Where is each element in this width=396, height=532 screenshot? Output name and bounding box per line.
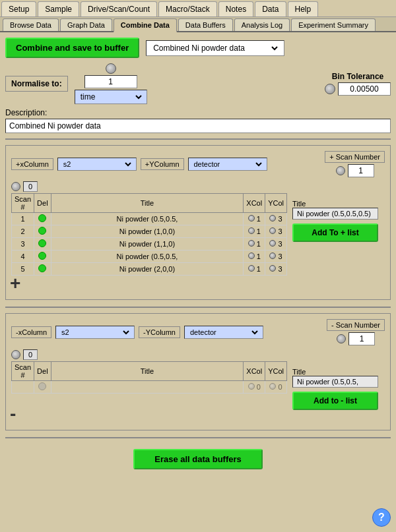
minus-ycol-knob-0[interactable] [269,383,276,390]
divider-2 [5,307,391,308]
add-to-minus-list-button[interactable]: Add to - list [292,392,378,410]
plus-del-circle-0[interactable] [38,214,46,222]
normalise-value[interactable]: 1 [84,75,137,88]
minus-xcol-dropdown[interactable]: s2 [55,326,135,339]
plus-data-table: Scan # Del Title XCol YCol 1 Ni powder (… [11,193,287,276]
plus-xcol-select[interactable]: s2 [61,160,133,169]
minus-xcol-knob-0[interactable] [248,383,255,390]
tab-data-buffers[interactable]: Data Buffers [178,18,233,31]
description-label: Description: [5,108,391,117]
minus-scan-number-label: - Scan Number [327,319,385,331]
tab-analysis-log[interactable]: Analysis Log [234,18,290,31]
add-to-plus-list-button[interactable]: Add To + list [292,223,378,242]
description-row: Description: [5,108,391,133]
plus-title-4: Ni powder (2,0,0) [51,263,244,276]
tab-combine-data[interactable]: Combine Data [114,18,177,32]
tab-bar: Browse Data Graph Data Combine Data Data… [0,17,396,32]
bin-tolerance-knob[interactable] [325,84,335,94]
bottom-bar: Erase all data buffers [5,449,391,469]
menu-notes[interactable]: Notes [218,1,253,16]
tab-experiment-summary[interactable]: Experiment Summary [291,18,376,31]
minus-col-ycol: YCol [265,362,287,381]
plus-ycol-knob-3[interactable] [269,252,276,259]
main-content: Combine and save to buffer Combined Ni p… [0,32,396,480]
minus-del-0[interactable] [34,381,51,394]
plus-table-row: 1 Ni powder (0.5,0.5, 1 3 [12,213,287,225]
bin-tolerance-value[interactable]: 0.00500 [338,82,391,96]
minus-scan-num-0 [12,381,34,394]
description-input[interactable] [5,119,391,133]
plus-del-circle-2[interactable] [38,239,46,247]
plus-zero-knob[interactable] [11,182,20,191]
plus-ycol-0: 3 [265,213,287,225]
minus-ycol-select[interactable]: detector [187,328,260,337]
plus-del-2[interactable] [34,238,51,251]
minus-title-0 [51,381,244,394]
bin-tolerance-value-row: 0.00500 [325,82,391,96]
normalise-knob[interactable] [106,63,116,74]
plus-del-3[interactable] [34,251,51,263]
plus-xcol-knob-2[interactable] [248,240,255,247]
plus-xcol-4: 1 [244,263,265,276]
plus-title-value: Ni powder (0.5,0.5,0.5) [292,208,378,220]
minus-scan-knob[interactable] [337,334,346,343]
plus-ycol-dropdown[interactable]: detector [188,158,267,171]
menu-help[interactable]: Help [288,1,319,16]
plus-del-0[interactable] [34,213,51,225]
plus-xcol-knob-3[interactable] [248,252,255,259]
combined-dropdown[interactable]: Combined Ni powder data [146,40,284,56]
bin-tolerance-section: Bin Tolerance 0.00500 [325,72,391,96]
plus-xcol-dropdown[interactable]: s2 [57,158,137,171]
normalise-row: Normalise to: 1 time Bin Tolerance 0.005… [5,63,391,104]
plus-zero-value: 0 [23,181,38,192]
normalise-time-dropdown[interactable]: time [75,90,147,104]
plus-ycol-knob-4[interactable] [269,265,276,272]
plus-ycol-knob-0[interactable] [269,215,276,222]
normalise-control: 1 time [75,63,147,104]
minus-col-del: Del [34,362,51,381]
plus-ycol-label: +YColumn [141,158,184,170]
plus-ycol-3: 3 [265,251,287,263]
menu-data[interactable]: Data [255,1,286,16]
plus-ycol-knob-2[interactable] [269,240,276,247]
menu-drive-scan-count[interactable]: Drive/Scan/Count [81,1,157,16]
plus-del-4[interactable] [34,263,51,276]
menu-setup[interactable]: Setup [1,1,36,16]
plus-del-circle-1[interactable] [38,227,46,235]
minus-del-circle-0[interactable] [38,382,46,390]
plus-ycol-select[interactable]: detector [191,160,264,169]
plus-table-row: 4 Ni powder (0.5,0.5, 1 3 [12,251,287,263]
plus-xcol-label: +xColumn [11,158,53,170]
plus-scan-knob[interactable] [336,166,345,175]
plus-xcol-knob-0[interactable] [248,215,255,222]
minus-ycol-dropdown[interactable]: detector [184,326,263,339]
minus-zero-knob[interactable] [11,350,20,359]
minus-xcol-select[interactable]: s2 [59,328,131,337]
minus-scan-number-value[interactable]: 1 [348,332,375,345]
combined-select[interactable]: Combined Ni powder data [150,43,280,53]
plus-del-circle-3[interactable] [38,252,46,260]
plus-del-circle-4[interactable] [38,264,46,272]
help-icon[interactable]: ? [372,508,391,527]
plus-scan-num-1: 2 [12,225,34,238]
minus-title-label: Title [292,368,385,376]
tab-graph-data[interactable]: Graph Data [60,18,112,31]
minus-data-table: Scan # Del Title XCol YCol 0 0 [11,361,287,394]
plus-xcol-0: 1 [244,213,265,225]
tab-browse-data[interactable]: Browse Data [3,18,59,31]
plus-xcol-knob-4[interactable] [248,265,255,272]
menu-macro-stack[interactable]: Macro/Stack [158,1,217,16]
plus-xcol-3: 1 [244,251,265,263]
plus-xcol-1: 1 [244,225,265,238]
combine-save-button[interactable]: Combine and save to buffer [5,38,139,58]
erase-data-buffers-button[interactable]: Erase all data buffers [133,449,263,469]
plus-title-label: Title [292,200,385,208]
menu-sample[interactable]: Sample [38,1,79,16]
plus-xcol-knob-1[interactable] [248,227,255,234]
normalise-time-select[interactable]: time [78,92,144,102]
plus-ycol-knob-1[interactable] [269,227,276,234]
minus-zero-value: 0 [23,349,38,360]
plus-del-1[interactable] [34,225,51,238]
minus-xcol-0: 0 [244,381,265,394]
plus-scan-number-value[interactable]: 1 [348,164,374,177]
